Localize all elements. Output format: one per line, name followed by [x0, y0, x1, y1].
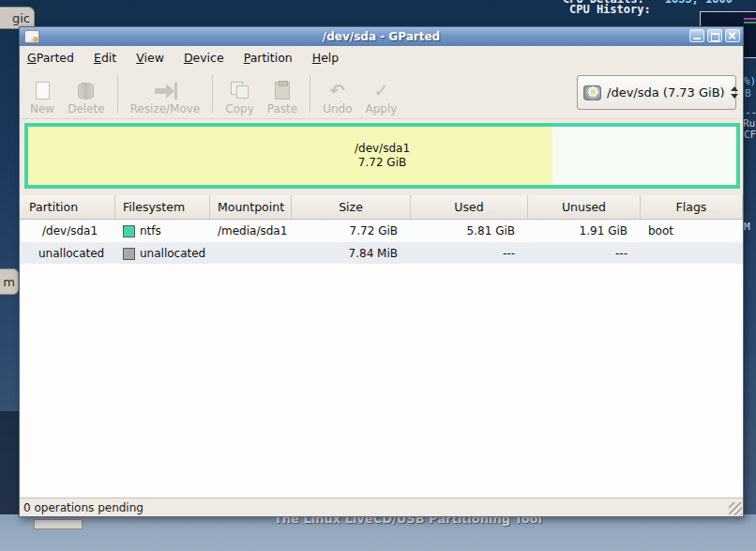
menu-gparted[interactable]: GParted: [27, 51, 74, 65]
wallpaper-shade: [0, 411, 19, 514]
cell-unused: ---: [528, 247, 641, 260]
device-selector[interactable]: /dev/sda (7.73 GiB): [577, 75, 736, 110]
background-tab-m[interactable]: m: [0, 268, 19, 295]
filesystem-label: ntfs: [140, 224, 161, 237]
resize-grip[interactable]: [729, 502, 742, 515]
spinner-down-icon: [731, 94, 738, 99]
monitor-fragment-m: M: [744, 221, 750, 233]
hard-disk-icon: [583, 85, 601, 100]
background-tab-m-label: m: [3, 275, 15, 289]
menu-edit[interactable]: Edit: [94, 51, 116, 65]
filesystem-label: unallocated: [140, 247, 205, 260]
new-button[interactable]: New: [23, 72, 61, 115]
apply-button[interactable]: ✓ Apply: [359, 72, 404, 115]
filesystem-color-swatch: [123, 225, 135, 237]
cell-size: 7.72 GiB: [292, 224, 411, 237]
window-title: /dev/sda - GParted: [20, 30, 743, 43]
gparted-window-icon: [24, 30, 39, 43]
undo-button-label: Undo: [323, 102, 352, 115]
device-selector-label: /dev/sda (7.73 GiB): [607, 85, 725, 99]
column-header-unused[interactable]: Unused: [528, 195, 641, 219]
copy-button-label: Copy: [225, 102, 253, 115]
cell-flags: boot: [641, 224, 743, 237]
resize-move-button-label: Resize/Move: [130, 102, 201, 115]
paste-button-label: Paste: [267, 102, 297, 115]
new-partition-icon: [36, 82, 50, 99]
toolbar-separator: [212, 75, 213, 113]
toolbar-separator: [117, 75, 118, 113]
partition-table: Partition Filesystem Mountpoint Size Use…: [20, 195, 743, 265]
column-header-flags[interactable]: Flags: [641, 195, 743, 219]
maximize-button[interactable]: [707, 29, 722, 42]
monitor-fragment-cf: CF: [744, 129, 756, 141]
cell-mountpoint: /media/sda1: [210, 224, 292, 237]
paste-button[interactable]: Paste: [261, 72, 304, 115]
device-selector-spinner[interactable]: [731, 86, 738, 99]
delete-icon: [78, 83, 94, 99]
copy-button[interactable]: Copy: [219, 72, 260, 115]
resize-move-button[interactable]: Resize/Move: [124, 72, 207, 115]
delete-button-label: Delete: [68, 102, 104, 115]
partition-visual-bar[interactable]: /dev/sda1 7.72 GiB: [24, 123, 740, 189]
undo-icon: ↶: [330, 81, 345, 99]
background-tab-gic-label: gic: [12, 11, 30, 25]
table-row[interactable]: /dev/sda1 ntfs /media/sda1 7.72 GiB 5.81…: [20, 220, 743, 242]
cell-filesystem: ntfs: [115, 224, 210, 237]
screen: The Linux LiveCD/USB Partitioning Tool C…: [0, 0, 756, 551]
toolbar-separator: [310, 75, 310, 113]
cell-partition: unallocated: [20, 247, 115, 260]
column-header-partition[interactable]: Partition: [20, 195, 115, 219]
gparted-window: /dev/sda - GParted GParted Edit View Dev…: [19, 26, 744, 517]
menu-device[interactable]: Device: [184, 51, 224, 65]
copy-icon: [231, 82, 249, 99]
close-button[interactable]: [725, 29, 740, 42]
desktop-panel-fragment: [34, 519, 83, 529]
cell-size: 7.84 MiB: [292, 247, 411, 260]
menu-partition[interactable]: Partition: [244, 51, 293, 65]
cell-filesystem: unallocated: [115, 247, 210, 260]
status-text: 0 operations pending: [23, 501, 144, 514]
monitor-line-magenta: [744, 18, 756, 20]
menu-bar: GParted Edit View Device Partition Help: [20, 46, 743, 69]
menu-view[interactable]: View: [136, 51, 164, 65]
column-header-mountpoint[interactable]: Mountpoint: [210, 195, 292, 219]
paste-icon: [275, 82, 290, 99]
partition-bar-name: /dev/sda1: [355, 142, 410, 156]
new-button-label: New: [30, 102, 54, 115]
cell-used: ---: [411, 247, 528, 260]
table-header: Partition Filesystem Mountpoint Size Use…: [20, 195, 743, 220]
apply-check-icon: ✓: [373, 81, 388, 99]
resize-move-icon: [153, 83, 177, 99]
column-header-used[interactable]: Used: [411, 195, 528, 219]
cell-partition: /dev/sda1: [20, 224, 115, 237]
menu-help[interactable]: Help: [312, 51, 340, 65]
table-empty-area[interactable]: [20, 264, 743, 498]
partition-bar-size: 7.72 GiB: [358, 156, 406, 170]
titlebar[interactable]: /dev/sda - GParted: [20, 27, 743, 47]
cpu-details-values: 1833, 1800: [665, 0, 733, 6]
delete-button[interactable]: Delete: [61, 72, 111, 115]
partition-bar-label: /dev/sda1 7.72 GiB: [28, 127, 736, 185]
table-row[interactable]: unallocated unallocated 7.84 MiB --- ---: [20, 242, 743, 265]
monitor-fragment-b: B: [745, 87, 751, 99]
monitor-fragment-percent: %): [744, 75, 756, 87]
status-bar: 0 operations pending: [20, 497, 743, 516]
column-header-size[interactable]: Size: [292, 195, 411, 219]
filesystem-color-swatch: [123, 248, 135, 260]
spinner-up-icon: [731, 86, 738, 91]
undo-button[interactable]: ↶ Undo: [316, 72, 358, 115]
minimize-button[interactable]: [689, 29, 704, 42]
cell-unused: 1.91 GiB: [528, 224, 641, 237]
apply-button-label: Apply: [366, 102, 398, 115]
column-header-filesystem[interactable]: Filesystem: [115, 195, 210, 219]
cpu-history-label: CPU History:: [569, 3, 651, 16]
monitor-line-green: [744, 22, 756, 23]
cell-used: 5.81 GiB: [411, 224, 528, 237]
